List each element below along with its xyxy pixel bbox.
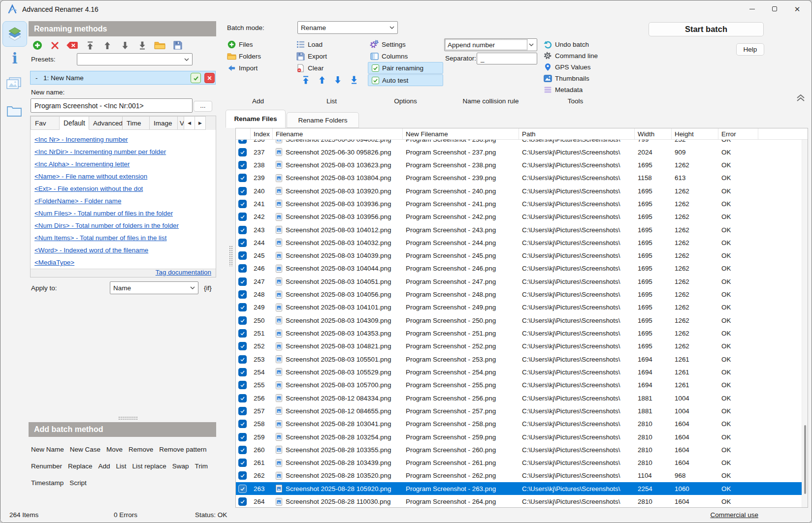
import-button[interactable]: Import bbox=[226, 62, 258, 73]
table-row[interactable]: 240 Screenshot 2025-08-03 103920.png Pro… bbox=[236, 185, 808, 197]
help-button[interactable]: Help bbox=[736, 43, 764, 56]
method-enabled-toggle[interactable] bbox=[191, 73, 201, 83]
tab-image[interactable]: Image bbox=[150, 116, 178, 130]
settings-button[interactable]: Settings bbox=[369, 39, 406, 50]
clear-methods-button[interactable] bbox=[64, 39, 81, 52]
table-row[interactable]: 259 Screenshot 2025-08-28 103254.png Pro… bbox=[236, 431, 808, 443]
clear-list-button[interactable]: Clear bbox=[295, 62, 324, 73]
scrollbar-thumb[interactable] bbox=[804, 425, 806, 494]
row-checkbox[interactable] bbox=[238, 381, 247, 389]
header-new-filename[interactable]: New Filename bbox=[403, 128, 519, 139]
browse-button[interactable]: ... bbox=[194, 101, 212, 112]
table-row[interactable]: 258 Screenshot 2025-08-28 103041.png Pro… bbox=[236, 418, 808, 431]
move-item-top-button[interactable] bbox=[298, 74, 314, 85]
table-row[interactable]: 251 Screenshot 2025-08-03 104353.png Pro… bbox=[236, 327, 808, 339]
command-line-button[interactable]: Command line bbox=[542, 50, 598, 61]
if-tag-button[interactable]: {if} bbox=[204, 284, 212, 292]
table-row[interactable]: 249 Screenshot 2025-08-03 104101.png Pro… bbox=[236, 301, 808, 314]
tab-time[interactable]: Time bbox=[123, 116, 150, 130]
table-row[interactable]: 257 Screenshot 2025-08-12 084655.png Pro… bbox=[236, 404, 808, 417]
commercial-use-link[interactable]: Commercial use bbox=[710, 508, 758, 523]
add-folders-button[interactable]: Folders bbox=[226, 51, 261, 62]
row-checkbox[interactable] bbox=[238, 368, 247, 376]
header-error[interactable]: Error bbox=[718, 128, 758, 139]
header-filename[interactable]: Filename bbox=[273, 128, 403, 139]
tag-link[interactable]: <Inc Alpha> - Incrementing letter bbox=[34, 158, 216, 170]
new-name-input[interactable]: Program Screenshot - <Inc Nr:001> bbox=[31, 98, 193, 113]
sidebar-item-info[interactable]: i bbox=[9, 51, 20, 66]
row-checkbox[interactable] bbox=[238, 251, 247, 260]
pair-renaming-toggle[interactable]: Pair renaming bbox=[368, 62, 443, 74]
maximize-button[interactable] bbox=[763, 0, 786, 17]
add-method-button[interactable] bbox=[29, 39, 46, 52]
add-method-link[interactable]: Trim bbox=[195, 462, 208, 470]
row-checkbox[interactable] bbox=[238, 187, 247, 195]
tab-fav[interactable]: Fav bbox=[31, 116, 60, 130]
add-files-button[interactable]: Files bbox=[226, 39, 253, 50]
sidebar-item-methods[interactable] bbox=[2, 21, 27, 47]
row-checkbox[interactable] bbox=[238, 140, 247, 144]
row-checkbox[interactable] bbox=[238, 174, 247, 182]
minimize-button[interactable] bbox=[741, 0, 763, 17]
tag-link[interactable]: <FolderName> - Folder name bbox=[34, 195, 216, 207]
close-button[interactable]: ✕ bbox=[786, 0, 809, 17]
apply-to-dropdown[interactable]: Name bbox=[110, 281, 198, 294]
vertical-splitter[interactable] bbox=[229, 246, 233, 266]
header-index[interactable]: Index bbox=[251, 128, 273, 139]
tag-link[interactable]: <Num Dirs> - Total number of folders in … bbox=[34, 219, 216, 232]
gps-values-button[interactable]: GPS Values bbox=[542, 62, 591, 72]
add-method-link[interactable]: New Case bbox=[70, 446, 100, 453]
row-checkbox[interactable] bbox=[238, 355, 247, 364]
header-path[interactable]: Path bbox=[519, 128, 635, 139]
presets-dropdown[interactable] bbox=[77, 53, 193, 65]
sidebar-item-folder[interactable] bbox=[6, 104, 22, 118]
add-method-link[interactable]: Timestamp bbox=[31, 479, 64, 487]
tab-video-clipped[interactable]: V bbox=[178, 116, 184, 130]
horizontal-splitter[interactable] bbox=[118, 416, 138, 420]
row-checkbox[interactable] bbox=[238, 433, 247, 441]
table-row[interactable]: 254 Screenshot 2025-08-03 105529.png Pro… bbox=[236, 366, 808, 378]
tag-link[interactable]: <Num Items> - Total number of files in t… bbox=[34, 232, 216, 244]
add-method-link[interactable]: Remove bbox=[129, 446, 153, 453]
add-method-link[interactable]: Remove pattern bbox=[159, 446, 206, 453]
move-method-bottom-button[interactable] bbox=[134, 39, 152, 52]
table-row[interactable]: 261 Screenshot 2025-08-28 103439.png Pro… bbox=[236, 457, 808, 469]
tab-scroll-left-button[interactable]: ◀ bbox=[184, 116, 195, 130]
row-checkbox[interactable] bbox=[238, 420, 247, 428]
tag-link[interactable]: <Ext> - File extension without the dot bbox=[34, 183, 216, 195]
tab-scroll-right-button[interactable]: ▶ bbox=[195, 116, 206, 130]
row-checkbox[interactable] bbox=[238, 277, 247, 286]
load-list-button[interactable]: Load bbox=[295, 39, 323, 50]
row-checkbox[interactable] bbox=[238, 303, 247, 311]
add-method-link[interactable]: Replace bbox=[68, 462, 93, 470]
row-checkbox[interactable] bbox=[238, 471, 247, 480]
table-row[interactable]: 252 Screenshot 2025-08-03 104821.png Pro… bbox=[236, 340, 808, 353]
batch-mode-dropdown[interactable]: Rename bbox=[297, 21, 398, 34]
collapse-panel-button[interactable] bbox=[794, 92, 807, 103]
table-row[interactable]: 242 Screenshot 2025-08-03 103956.png Pro… bbox=[236, 211, 808, 223]
row-checkbox[interactable] bbox=[238, 290, 247, 299]
row-checkbox[interactable] bbox=[238, 329, 247, 338]
table-row[interactable]: 260 Screenshot 2025-08-28 103355.png Pro… bbox=[236, 443, 808, 456]
row-checkbox[interactable] bbox=[238, 200, 247, 208]
tab-rename-files[interactable]: Rename Files bbox=[226, 110, 286, 128]
tag-documentation-link[interactable]: Tag documentation bbox=[156, 269, 211, 276]
open-preset-button[interactable] bbox=[151, 39, 169, 52]
add-method-link[interactable]: Add bbox=[98, 462, 110, 470]
start-batch-button[interactable]: Start batch bbox=[649, 22, 764, 36]
table-row[interactable]: 241 Screenshot 2025-08-03 103936.png Pro… bbox=[236, 197, 808, 210]
method-item-new-name[interactable]: - 1: New Name ✕ bbox=[30, 71, 216, 85]
move-item-down-button[interactable] bbox=[330, 74, 346, 85]
table-row[interactable]: 244 Screenshot 2025-08-03 104032.png Pro… bbox=[236, 236, 808, 249]
tab-rename-folders[interactable]: Rename Folders bbox=[287, 112, 359, 128]
tag-link[interactable]: <Inc Nr> - Incrementing number bbox=[34, 133, 216, 146]
row-checkbox[interactable] bbox=[238, 342, 247, 350]
row-checkbox[interactable] bbox=[238, 446, 247, 454]
table-row[interactable]: 236 Screenshot 2025-06-30 094002.png Pro… bbox=[236, 140, 808, 146]
add-method-link[interactable]: Renumber bbox=[31, 462, 62, 470]
table-row[interactable]: 255 Screenshot 2025-08-03 105700.png Pro… bbox=[236, 379, 808, 392]
auto-test-toggle[interactable]: Auto test bbox=[368, 74, 443, 86]
move-item-up-button[interactable] bbox=[314, 74, 330, 85]
tag-link[interactable]: <Word> - Indexed word of the filename bbox=[34, 244, 216, 256]
move-method-down-button[interactable] bbox=[116, 39, 134, 52]
